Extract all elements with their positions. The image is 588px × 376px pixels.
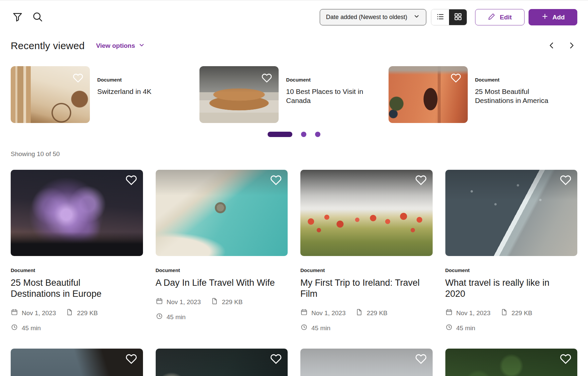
filter-button[interactable] <box>11 11 24 24</box>
carousel-prev-button[interactable] <box>546 40 557 51</box>
item-kind-label: Document <box>11 267 143 273</box>
item-kind-label: Document <box>475 77 557 83</box>
carousel-item[interactable]: Document Switzerland in 4K <box>11 66 199 123</box>
favorite-button[interactable] <box>560 174 571 186</box>
edit-button[interactable]: Edit <box>475 9 525 25</box>
item-title: 10 Best Places to Visit in Canada <box>286 87 368 105</box>
favorite-button[interactable] <box>415 174 427 186</box>
item-meta-row: Nov 1, 2023 229 KB <box>156 297 288 306</box>
item-date: Nov 1, 2023 <box>311 309 345 317</box>
heart-icon <box>560 182 571 187</box>
file-icon <box>211 297 218 306</box>
item-size: 229 KB <box>366 309 387 317</box>
carousel-next-button[interactable] <box>566 40 577 51</box>
document-card[interactable] <box>300 349 433 376</box>
item-title: 25 Most Beautiful Destinations in Europe <box>11 277 131 299</box>
item-meta-row: 45 min <box>300 324 433 333</box>
chevron-down-icon <box>138 42 145 50</box>
document-card[interactable] <box>11 349 143 376</box>
item-title: What travel is really like in 2020 <box>445 277 566 299</box>
thumbnail-poppy-field[interactable] <box>300 170 433 256</box>
item-size-group: 229 KB <box>355 308 387 318</box>
carousel-item-text: Document 10 Best Places to Visit in Cana… <box>286 66 368 123</box>
item-kind-label: Document <box>445 267 578 273</box>
view-options-dropdown[interactable]: View options <box>96 42 145 50</box>
thumbnail-misty-clouds[interactable] <box>300 349 433 376</box>
clock-icon <box>300 324 308 333</box>
calendar-icon <box>156 297 163 306</box>
item-size: 229 KB <box>77 309 98 317</box>
item-kind-label: Document <box>286 77 368 83</box>
favorite-button[interactable] <box>270 353 282 365</box>
pencil-icon <box>488 12 496 22</box>
thumbnail-aerial-beach[interactable] <box>156 170 288 256</box>
thumbnail-tan-leather-sofa[interactable] <box>199 66 279 123</box>
document-grid: Document 25 Most Beautiful Destinations … <box>11 170 577 333</box>
chevron-down-icon <box>413 13 420 21</box>
favorite-button[interactable] <box>126 353 137 365</box>
carousel-item[interactable]: Document 25 Most Beautiful Destinations … <box>389 66 577 123</box>
item-meta-row: Nov 1, 2023 229 KB <box>300 308 433 318</box>
document-card[interactable] <box>445 349 578 376</box>
item-date: Nov 1, 2023 <box>456 309 490 317</box>
view-options-label: View options <box>96 42 135 49</box>
section-header: Recently viewed View options <box>0 40 588 51</box>
favorite-button[interactable] <box>451 73 461 83</box>
favorite-button[interactable] <box>560 353 571 365</box>
document-card[interactable]: Document What travel is really like in 2… <box>445 170 578 333</box>
grid-view-button[interactable] <box>449 9 467 25</box>
favorite-button[interactable] <box>270 174 282 186</box>
calendar-icon <box>300 308 308 318</box>
clock-icon <box>11 324 18 333</box>
thumbnail-wet-sand-shore[interactable] <box>445 170 578 256</box>
calendar-icon <box>11 308 18 318</box>
heart-icon <box>73 79 83 84</box>
item-duration: 45 min <box>456 325 475 332</box>
thumbnail-forest-aerial[interactable] <box>445 349 578 376</box>
item-duration: 45 min <box>167 314 186 321</box>
thumbnail-dark-teal-bokeh[interactable] <box>156 349 288 376</box>
document-card[interactable]: Document 25 Most Beautiful Destinations … <box>11 170 143 333</box>
heart-icon <box>262 79 272 84</box>
thumbnail-cliff-at-dusk[interactable] <box>11 349 143 376</box>
sort-dropdown[interactable]: Date added (Newest to oldest) <box>320 9 426 25</box>
favorite-button[interactable] <box>262 73 272 83</box>
carousel-item[interactable]: Document 10 Best Places to Visit in Cana… <box>199 66 388 123</box>
item-meta-row: 45 min <box>11 324 143 333</box>
document-card[interactable]: Document My First Trip to Ireland: Trave… <box>300 170 433 333</box>
thumbnail-bicycle-by-window[interactable] <box>11 66 90 123</box>
chevron-left-icon <box>547 41 556 51</box>
pagination-dot[interactable] <box>315 132 320 137</box>
item-kind-label: Document <box>300 267 433 273</box>
carousel-pagination <box>0 132 588 137</box>
item-size-group: 229 KB <box>211 297 243 306</box>
thumbnail-terracotta-interior[interactable] <box>389 66 468 123</box>
favorite-button[interactable] <box>73 73 83 83</box>
favorite-button[interactable] <box>126 174 137 186</box>
add-button[interactable]: Add <box>529 9 577 25</box>
heart-icon <box>415 361 427 366</box>
item-size: 229 KB <box>511 309 532 317</box>
document-card[interactable] <box>156 349 288 376</box>
item-title: A Day In Life Travel With Wife <box>156 277 276 288</box>
heart-icon <box>126 182 137 187</box>
file-icon <box>355 308 363 318</box>
item-size-group: 229 KB <box>66 308 98 318</box>
recently-viewed-carousel: Document Switzerland in 4K Document 10 B… <box>11 66 577 123</box>
heart-icon <box>270 182 282 187</box>
filter-icon <box>12 11 23 23</box>
item-size-group: 229 KB <box>500 308 532 318</box>
thumbnail-joshua-tree-night[interactable] <box>11 170 143 256</box>
plus-icon <box>541 13 549 22</box>
pagination-dot-active[interactable] <box>268 132 292 137</box>
item-duration: 45 min <box>311 325 330 332</box>
grid-view-icon <box>454 12 462 22</box>
document-card[interactable]: Document A Day In Life Travel With Wife … <box>156 170 288 333</box>
list-view-button[interactable] <box>431 9 449 25</box>
favorite-button[interactable] <box>415 353 427 365</box>
search-button[interactable] <box>31 11 44 24</box>
heart-icon <box>451 79 461 84</box>
pagination-dot[interactable] <box>301 132 306 137</box>
heart-icon <box>415 182 427 187</box>
page-title: Recently viewed <box>11 40 85 51</box>
